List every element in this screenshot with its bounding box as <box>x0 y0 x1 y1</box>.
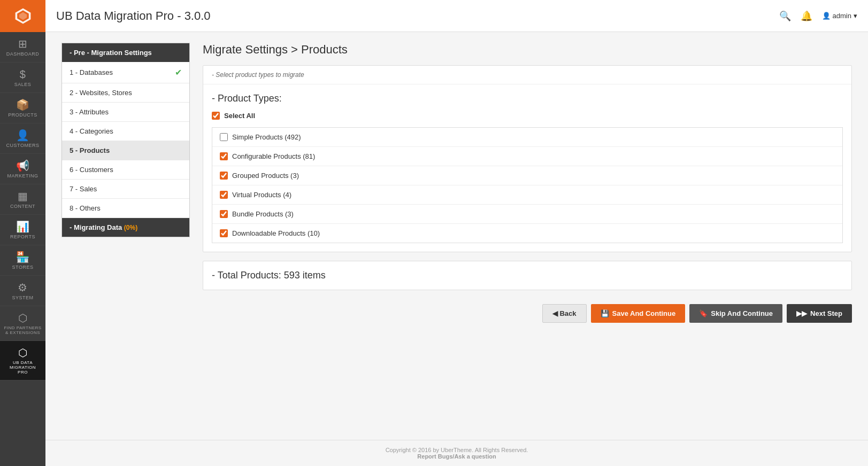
products-icon: 📦 <box>16 99 30 110</box>
configurable-products-label: Configurable Products (81) <box>232 152 315 160</box>
search-icon[interactable]: 🔍 <box>779 10 791 22</box>
user-icon: 👤 <box>822 12 831 20</box>
dashboard-icon: ⊞ <box>18 38 28 49</box>
progress-badge: (0%) <box>124 224 137 231</box>
downloadable-products-checkbox[interactable] <box>220 229 228 237</box>
total-products: - Total Products: 593 items <box>203 261 852 290</box>
wizard-item-databases[interactable]: 1 - Databases ✔ <box>62 62 189 83</box>
back-button[interactable]: ◀ Back <box>542 304 587 323</box>
sidebar-logo <box>0 0 45 32</box>
wizard-item-attributes[interactable]: 3 - Attributes <box>62 103 189 122</box>
product-type-item: Grouped Products (3) <box>212 166 842 185</box>
sidebar-item-sales[interactable]: $ Sales <box>0 63 45 93</box>
product-type-item: Simple Products (492) <box>212 128 842 147</box>
sidebar-item-find-partners[interactable]: ⬡ Find Partners & Extensions <box>0 306 45 341</box>
grouped-products-label: Grouped Products (3) <box>232 172 299 180</box>
reports-icon: 📊 <box>16 221 30 232</box>
footer-actions: ◀ Back 💾 Save And Continue 🔖 Skip And Co… <box>203 299 852 333</box>
simple-products-label: Simple Products (492) <box>232 133 301 141</box>
wizard-menu: - Pre - Migration Settings 1 - Databases… <box>62 43 190 237</box>
customers-icon: 👤 <box>16 130 30 141</box>
sidebar: ⊞ Dashboard $ Sales 📦 Products 👤 Custome… <box>0 0 45 466</box>
dropdown-arrow-icon: ▾ <box>854 12 857 20</box>
page-title: UB Data Migration Pro - 3.0.0 <box>56 9 779 23</box>
right-panel: Migrate Settings > Products - Select pro… <box>203 43 852 429</box>
downloadable-products-label: Downloadable Products (10) <box>232 229 320 237</box>
save-continue-button[interactable]: 💾 Save And Continue <box>591 304 686 323</box>
wizard-item-others[interactable]: 8 - Others <box>62 199 189 218</box>
wizard-item-customers[interactable]: 6 - Customers <box>62 160 189 180</box>
next-icon: ▶▶ <box>796 309 807 317</box>
next-step-button[interactable]: ▶▶ Next Step <box>787 304 852 323</box>
topbar: UB Data Migration Pro - 3.0.0 🔍 🔔 👤 admi… <box>45 0 868 32</box>
stores-icon: 🏪 <box>16 252 30 262</box>
sidebar-item-content[interactable]: ▦ Content <box>0 184 45 215</box>
save-icon: 💾 <box>601 309 609 317</box>
sidebar-item-dashboard[interactable]: ⊞ Dashboard <box>0 32 45 63</box>
grouped-products-checkbox[interactable] <box>220 172 228 180</box>
migration-icon: ⬡ <box>18 347 28 358</box>
select-all-row: Select All <box>212 112 843 120</box>
notification-icon[interactable]: 🔔 <box>801 10 812 22</box>
virtual-products-label: Virtual Products (4) <box>232 191 291 199</box>
wizard-footer: - Migrating Data (0%) <box>62 218 189 237</box>
sidebar-item-stores[interactable]: 🏪 Stores <box>0 245 45 276</box>
bundle-products-label: Bundle Products (3) <box>232 210 294 218</box>
partners-icon: ⬡ <box>18 313 28 323</box>
wizard-header: - Pre - Migration Settings <box>62 43 189 62</box>
product-type-item: Virtual Products (4) <box>212 185 842 205</box>
virtual-products-checkbox[interactable] <box>220 191 228 199</box>
card-info: - Select product types to migrate <box>203 66 851 84</box>
user-menu[interactable]: 👤 admin ▾ <box>822 12 857 20</box>
card-body: - Product Types: Select All Simple Produ… <box>203 84 851 252</box>
wizard-item-websites[interactable]: 2 - Websites, Stores <box>62 83 189 103</box>
settings-card: - Select product types to migrate - Prod… <box>203 65 852 252</box>
wizard-panel: - Pre - Migration Settings 1 - Databases… <box>62 43 190 429</box>
check-icon: ✔ <box>175 67 182 77</box>
sidebar-item-reports[interactable]: 📊 Reports <box>0 215 45 245</box>
sidebar-item-customers[interactable]: 👤 Customers <box>0 123 45 154</box>
select-all-checkbox[interactable] <box>212 112 220 120</box>
sidebar-item-marketing[interactable]: 📢 Marketing <box>0 154 45 184</box>
sidebar-item-ub-migration[interactable]: ⬡ UB DATAMIGRATIONPRO <box>0 341 45 380</box>
product-type-list: Simple Products (492) Configurable Produ… <box>212 127 843 243</box>
wizard-item-sales[interactable]: 7 - Sales <box>62 180 189 199</box>
product-type-item: Bundle Products (3) <box>212 205 842 224</box>
product-type-item: Downloadable Products (10) <box>212 224 842 243</box>
system-icon: ⚙ <box>18 282 28 293</box>
marketing-icon: 📢 <box>16 160 30 171</box>
wizard-item-products[interactable]: 5 - Products <box>62 141 189 160</box>
content-area: - Pre - Migration Settings 1 - Databases… <box>45 32 868 440</box>
section-title: - Product Types: <box>212 93 843 104</box>
main-area: UB Data Migration Pro - 3.0.0 🔍 🔔 👤 admi… <box>45 0 868 466</box>
migrate-heading: Migrate Settings > Products <box>203 43 852 57</box>
wizard-item-categories[interactable]: 4 - Categories <box>62 122 189 141</box>
content-icon: ▦ <box>18 191 28 201</box>
topbar-actions: 🔍 🔔 👤 admin ▾ <box>779 10 857 22</box>
skip-continue-button[interactable]: 🔖 Skip And Continue <box>689 304 782 323</box>
page-footer: Copyright © 2016 by UberTheme. All Right… <box>45 440 868 466</box>
sales-icon: $ <box>20 69 26 80</box>
product-type-item: Configurable Products (81) <box>212 147 842 166</box>
sidebar-item-products[interactable]: 📦 Products <box>0 93 45 123</box>
configurable-products-checkbox[interactable] <box>220 152 228 160</box>
simple-products-checkbox[interactable] <box>220 133 228 141</box>
select-all-label[interactable]: Select All <box>224 112 255 120</box>
bundle-products-checkbox[interactable] <box>220 210 228 218</box>
sidebar-item-system[interactable]: ⚙ System <box>0 276 45 306</box>
skip-icon: 🔖 <box>699 309 708 317</box>
